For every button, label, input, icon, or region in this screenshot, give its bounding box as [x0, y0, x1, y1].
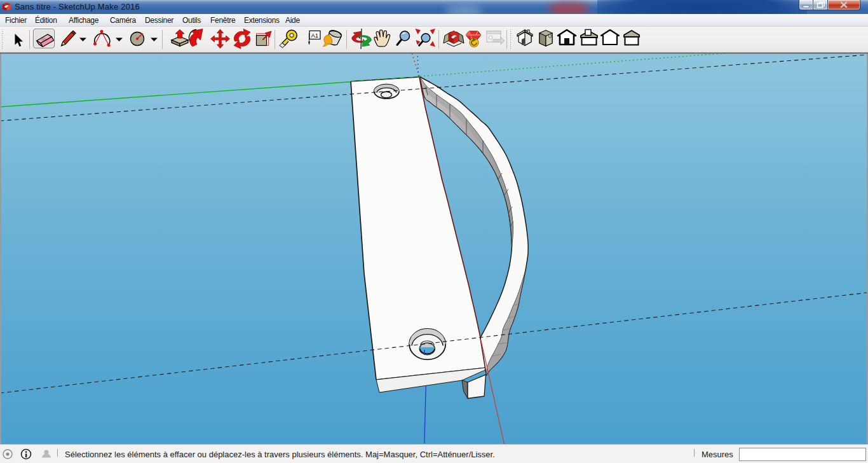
svg-text:A1: A1 — [311, 32, 319, 39]
